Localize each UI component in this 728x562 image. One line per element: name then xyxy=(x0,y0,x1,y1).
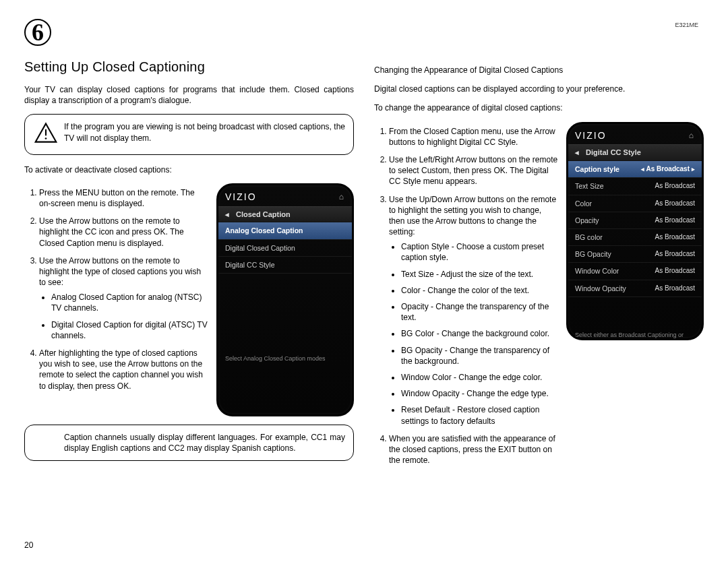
bullet: Caption Style - Choose a custom preset c… xyxy=(401,241,558,263)
menu-item-style: Digital CC Style xyxy=(218,257,352,274)
warning-icon xyxy=(34,121,57,147)
menu-row: OpacityAs Broadcast xyxy=(568,212,702,229)
change-intro: To change the appearance of digital clos… xyxy=(374,102,704,113)
intro-text: Your TV can display closed captions for … xyxy=(24,84,354,106)
menu-tip: Select Analog Closed Caption modes xyxy=(218,274,352,383)
menu-title: Closed Caption xyxy=(218,206,352,223)
activate-intro: To activate or deactivate closed caption… xyxy=(24,164,354,175)
warning-box: If the program you are viewing is not be… xyxy=(24,114,354,154)
menu-row: ColorAs Broadcast xyxy=(568,195,702,212)
step: After highlighting the type of closed ca… xyxy=(39,348,208,392)
bullet: Analog Closed Caption for analog (NTSC) … xyxy=(51,292,208,313)
page-number: 20 xyxy=(24,540,33,550)
menu-tip: Select either as Broadcast Captioning or… xyxy=(568,297,702,340)
steps-right: From the Closed Caption menu, use the Ar… xyxy=(374,126,558,473)
menu-row: BG OpacityAs Broadcast xyxy=(568,246,702,263)
menu-row: Window OpacityAs Broadcast xyxy=(568,280,702,297)
cc-style-menu-screenshot: VIZIO ⌂ Digital CC Style Caption styleAs… xyxy=(566,122,704,340)
bullet: Reset Default - Restore closed caption s… xyxy=(401,404,558,426)
right-column: Changing the Appearance of Digital Close… xyxy=(374,19,704,472)
menu-title: Digital CC Style xyxy=(568,144,702,161)
bullet: BG Opacity - Change the transparency of … xyxy=(401,345,558,367)
menu-item-digital: Digital Closed Caption xyxy=(218,240,352,257)
step: Use the Arrow buttons on the remote to h… xyxy=(39,255,208,341)
warning-text: If the program you are viewing is not be… xyxy=(64,121,345,147)
section-heading: Setting Up Closed Captioning xyxy=(24,58,354,76)
home-icon: ⌂ xyxy=(339,191,345,202)
step: Use the Arrow buttons on the remote to h… xyxy=(39,216,208,249)
bullet: Opacity - Change the transparency of the… xyxy=(401,301,558,323)
subheading: Changing the Appearance of Digital Close… xyxy=(374,65,704,75)
menu-brand: VIZIO xyxy=(225,191,257,204)
bullet: Text Size - Adjust the size of the text. xyxy=(401,269,558,280)
intro-text: Digital closed captions can be displayed… xyxy=(374,84,704,94)
steps-left: Press the MENU button on the remote. The… xyxy=(24,187,208,398)
bullet: Digital Closed Caption for digital (ATSC… xyxy=(51,319,208,341)
menu-brand: VIZIO xyxy=(575,129,607,142)
left-column: 6 Setting Up Closed Captioning Your TV c… xyxy=(24,19,354,472)
menu-row: Window ColorAs Broadcast xyxy=(568,263,702,280)
step: Use the Left/Right Arrow buttons on the … xyxy=(389,154,558,187)
model-number: E321ME xyxy=(675,22,698,28)
chapter-badge: 6 xyxy=(24,19,51,46)
bullet: Color - Change the color of the text. xyxy=(401,285,558,296)
step-text: Use the Up/Down Arrow buttons on the rem… xyxy=(389,195,556,237)
bullet: BG Color - Change the background color. xyxy=(401,328,558,339)
home-icon: ⌂ xyxy=(689,130,695,141)
step-text: Use the Arrow buttons on the remote to h… xyxy=(39,256,201,287)
step: Press the MENU button on the remote. The… xyxy=(39,187,208,209)
svg-point-2 xyxy=(45,138,47,140)
menu-row: BG colorAs Broadcast xyxy=(568,229,702,246)
step: Use the Up/Down Arrow buttons on the rem… xyxy=(389,194,558,427)
menu-row: Text SizeAs Broadcast xyxy=(568,178,702,195)
bullet: Window Color - Change the edge color. xyxy=(401,372,558,383)
menu-item-analog: Analog Closed Caption xyxy=(218,222,352,239)
step: When you are satisfied with the appearan… xyxy=(389,433,558,466)
bullet: Window Opacity - Change the edge type. xyxy=(401,388,558,399)
step: From the Closed Caption menu, use the Ar… xyxy=(389,126,558,148)
menu-row: Caption styleAs Broadcast xyxy=(568,161,702,178)
info-text: Caption channels usually display differe… xyxy=(64,432,345,454)
cc-menu-screenshot: VIZIO ⌂ Closed Caption Analog Closed Cap… xyxy=(216,183,354,416)
info-box: Caption channels usually display differe… xyxy=(24,425,354,461)
